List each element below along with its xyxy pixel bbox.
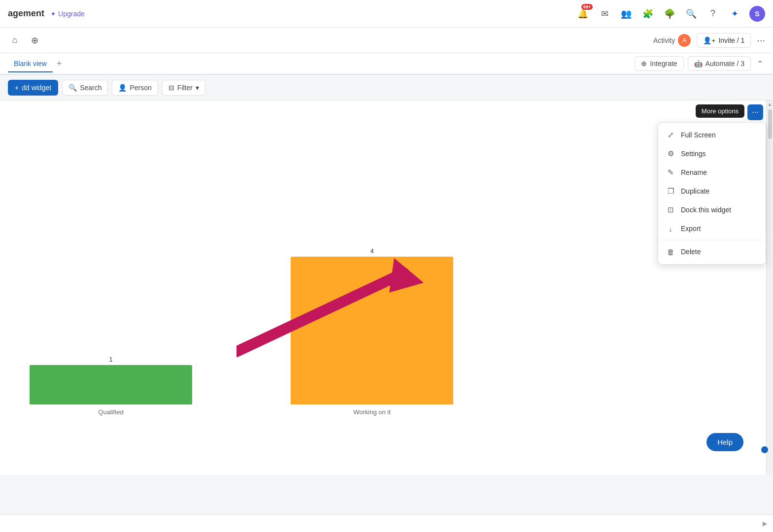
- right-scrollbar[interactable]: ▲: [766, 100, 773, 475]
- filter-icon: ⊟: [168, 84, 174, 92]
- qualified-value-label: 1: [109, 356, 112, 363]
- tab-bar: Blank view + ⊕ Integrate 🤖 Automate / 3 …: [0, 53, 773, 75]
- toolbar: + dd widget 🔍 Search 👤 Person ⊟ Filter ▾: [0, 75, 773, 100]
- activity-label: Activity: [653, 36, 675, 44]
- top-nav: agement ✦ Upgrade 🔔 99+ ✉ 👥 🧩 🌳 🔍 ? ✦ S: [0, 0, 773, 28]
- puzzle-icon[interactable]: 🧩: [641, 7, 655, 21]
- fullscreen-label: Full Screen: [681, 131, 716, 139]
- collapse-button[interactable]: ⌃: [755, 57, 765, 70]
- secondary-more-button[interactable]: ···: [757, 34, 765, 46]
- menu-item-delete[interactable]: 🗑 Delete: [658, 242, 766, 261]
- filter-label: Filter: [177, 84, 193, 92]
- add-view-icon[interactable]: ⊕: [28, 33, 41, 47]
- scroll-up-arrow[interactable]: ▲: [767, 100, 773, 107]
- integrate-bar: ⊕ Integrate 🤖 Automate / 3 ⌃: [635, 56, 765, 71]
- pink-arrow-annotation: [236, 253, 424, 364]
- top-nav-right: 🔔 99+ ✉ 👥 🧩 🌳 🔍 ? ✦ S: [576, 6, 765, 22]
- secondary-nav-right: Activity A 👤+ Invite / 1 ···: [653, 33, 765, 48]
- qualified-bar: [30, 365, 192, 404]
- search-icon[interactable]: 🔍: [684, 7, 698, 21]
- working-label: Working on it: [353, 408, 391, 416]
- menu-item-settings[interactable]: ⚙ Settings: [658, 144, 766, 163]
- upgrade-label: Upgrade: [58, 10, 85, 18]
- help-label: Help: [717, 438, 733, 446]
- invite-label: Invite / 1: [718, 36, 744, 44]
- dock-label: Dock this widget: [681, 206, 731, 214]
- settings-label: Settings: [681, 150, 706, 158]
- secondary-nav-left: ⌂ ⊕: [8, 33, 41, 47]
- person-button[interactable]: 👤 Person: [112, 80, 158, 96]
- rename-label: Rename: [681, 168, 707, 176]
- notifications-icon[interactable]: 🔔 99+: [576, 7, 590, 21]
- menu-divider: [658, 240, 766, 240]
- add-tab-button[interactable]: +: [53, 57, 66, 71]
- scroll-dot[interactable]: [761, 446, 768, 453]
- svg-marker-2: [389, 258, 424, 293]
- export-label: Export: [681, 225, 701, 233]
- menu-item-fullscreen[interactable]: ⤢ Full Screen: [658, 126, 766, 144]
- tooltip-text: More options: [702, 107, 739, 115]
- dropdown-menu: ⤢ Full Screen ⚙ Settings ✎ Rename ❐ Dupl…: [658, 122, 766, 265]
- people-icon[interactable]: 👥: [619, 7, 633, 21]
- export-icon: ↓: [666, 224, 675, 233]
- blank-view-tab[interactable]: Blank view: [8, 56, 53, 72]
- user-avatar[interactable]: S: [749, 6, 765, 22]
- dock-icon: ⊡: [666, 205, 675, 214]
- secondary-nav: ⌂ ⊕ Activity A 👤+ Invite / 1 ···: [0, 28, 773, 53]
- filter-button[interactable]: ⊟ Filter ▾: [162, 80, 205, 96]
- activity-button[interactable]: Activity A: [653, 34, 691, 47]
- search-label: Search: [80, 84, 101, 92]
- app-title: agement: [8, 8, 44, 19]
- inbox-icon[interactable]: ✉: [598, 7, 611, 21]
- qualified-label: Qualified: [98, 408, 123, 416]
- integrate-button[interactable]: ⊕ Integrate: [635, 56, 683, 71]
- settings-icon: ⚙: [666, 149, 675, 158]
- integrate-label: Integrate: [650, 60, 677, 67]
- scroll-thumb[interactable]: [768, 109, 772, 139]
- more-options-button[interactable]: ···: [747, 104, 763, 120]
- person-icon: 👤: [118, 84, 127, 92]
- main-content: ▲ 1 Qualified 4 Working on it ···: [0, 100, 773, 475]
- upgrade-star-icon: ✦: [50, 10, 56, 18]
- menu-item-dock[interactable]: ⊡ Dock this widget: [658, 200, 766, 219]
- help-button[interactable]: Help: [706, 433, 743, 451]
- delete-label: Delete: [681, 248, 701, 256]
- duplicate-label: Duplicate: [681, 187, 709, 195]
- upgrade-button[interactable]: ✦ Upgrade: [50, 10, 85, 18]
- add-widget-button[interactable]: + dd widget: [8, 80, 58, 96]
- menu-item-duplicate[interactable]: ❐ Duplicate: [658, 182, 766, 200]
- automate-label: Automate / 3: [706, 60, 744, 67]
- delete-icon: 🗑: [666, 247, 675, 256]
- more-options-tooltip: More options: [696, 104, 744, 118]
- notification-badge: 99+: [581, 4, 593, 10]
- sparkles-icon[interactable]: ✦: [728, 7, 741, 21]
- invite-icon: 👤+: [703, 36, 715, 44]
- menu-item-rename[interactable]: ✎ Rename: [658, 163, 766, 182]
- top-nav-left: agement ✦ Upgrade: [8, 8, 85, 19]
- svg-line-1: [236, 273, 404, 352]
- tree-icon[interactable]: 🌳: [663, 7, 676, 21]
- help-icon[interactable]: ?: [706, 7, 720, 21]
- automate-icon: 🤖: [694, 60, 703, 67]
- search-button[interactable]: 🔍 Search: [62, 80, 108, 96]
- tab-label: Blank view: [14, 60, 47, 67]
- add-widget-label: dd widget: [22, 84, 51, 92]
- filter-chevron-icon: ▾: [196, 84, 199, 92]
- fullscreen-icon: ⤢: [666, 131, 675, 139]
- add-widget-icon: +: [15, 84, 19, 92]
- person-label: Person: [130, 84, 151, 92]
- duplicate-icon: ❐: [666, 187, 675, 196]
- integrate-icon: ⊕: [641, 60, 647, 67]
- activity-avatar: A: [678, 34, 691, 47]
- rename-icon: ✎: [666, 168, 675, 177]
- menu-item-export[interactable]: ↓ Export: [658, 219, 766, 238]
- qualified-bar-group: 1 Qualified: [30, 356, 192, 416]
- search-icon: 🔍: [68, 84, 77, 92]
- bottom-arrow-icon[interactable]: ▶: [763, 520, 767, 527]
- bottom-bar: ▶: [0, 514, 773, 532]
- automate-button[interactable]: 🤖 Automate / 3: [688, 56, 751, 71]
- invite-button[interactable]: 👤+ Invite / 1: [697, 33, 751, 48]
- home-icon[interactable]: ⌂: [8, 33, 22, 47]
